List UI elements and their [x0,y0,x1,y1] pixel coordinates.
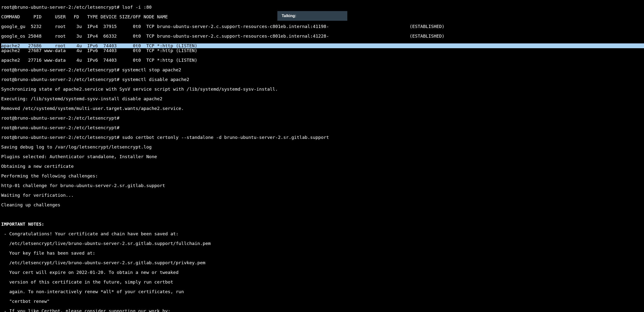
prompt-line: root@bruno-ubuntu-server-2:/etc/letsencr… [1,116,644,120]
prompt-line: root@bruno-ubuntu-server-2:/etc/letsencr… [1,126,644,130]
output-line: Performing the following challenges: [1,174,644,178]
notes-line: Your key file has been saved at: [1,251,644,256]
prompt-line: root@bruno-ubuntu-server-2:/etc/letsencr… [1,5,644,10]
lsof-row-highlighted: apache2 27686 root 4u IPv6 74403 0t0 TCP… [1,44,644,48]
notes-title: IMPORTANT NOTES: [1,222,644,227]
prompt: root@bruno-ubuntu-server-2:/etc/letsencr… [1,67,120,72]
output-line: http-01 challenge for bruno-ubuntu-serve… [1,183,644,188]
blank-line [1,212,644,217]
lsof-row: google_gu 5232 root 3u IPv4 37915 0t0 TC… [1,24,644,29]
output-line: Waiting for verification... [1,193,644,198]
notes-line: - Congratulations! Your certificate and … [1,232,644,236]
output-line: Removed /etc/systemd/system/multi-user.t… [1,106,644,111]
output-line: Obtaining a new certificate [1,164,644,169]
output-line: Executing: /lib/systemd/systemd-sysv-ins… [1,96,644,101]
cmd-disable: systemctl disable apache2 [122,77,189,82]
lsof-row: google_os 25048 root 3u IPv4 66332 0t0 T… [1,34,644,38]
output-line: Synchronizing state of apache2.service w… [1,87,644,92]
prompt-line: root@bruno-ubuntu-server-2:/etc/letsencr… [1,135,644,140]
notes-line: /etc/letsencrypt/live/bruno-ubuntu-serve… [1,260,644,265]
prompt-line: root@bruno-ubuntu-server-2:/etc/letsencr… [1,68,644,72]
prompt-line: root@bruno-ubuntu-server-2:/etc/letsencr… [1,77,644,82]
notes-line: - If you like Certbot, please consider s… [1,308,644,312]
notes-line: version of this certificate in the futur… [1,280,644,284]
notes-line: Your cert will expire on 2022-01-20. To … [1,270,644,275]
lsof-row: apache2 27687 www-data 4u IPv6 74403 0t0… [1,48,644,53]
prompt: root@bruno-ubuntu-server-2:/etc/letsencr… [1,116,120,120]
output-line: Saving debug log to /var/log/letsencrypt… [1,145,644,150]
prompt: root@bruno-ubuntu-server-2:/etc/letsencr… [1,77,120,82]
notification-label: Talking: [282,14,296,18]
notes-line: again. To non-interactively renew *all* … [1,289,644,294]
lsof-row: apache2 27716 www-data 4u IPv6 74403 0t0… [1,58,644,63]
cmd-certbot: sudo certbot certonly --standalone -d br… [122,135,329,140]
output-line: Plugins selected: Authenticator standalo… [1,154,644,159]
notes-line: "certbot renew" [1,299,644,304]
notification-popup: Talking: [278,11,347,21]
cmd-stop: systemctl stop apache2 [122,67,181,72]
output-line: Cleaning up challenges [1,202,644,207]
prompt: root@bruno-ubuntu-server-2:/etc/letsencr… [1,4,120,10]
prompt: root@bruno-ubuntu-server-2:/etc/letsencr… [1,125,120,130]
terminal[interactable]: root@bruno-ubuntu-server-2:/etc/letsencr… [1,0,644,312]
cmd-lsof: lsof -i :80 [122,4,152,10]
prompt: root@bruno-ubuntu-server-2:/etc/letsencr… [1,135,120,140]
notes-line: /etc/letsencrypt/live/bruno-ubuntu-serve… [1,241,644,246]
